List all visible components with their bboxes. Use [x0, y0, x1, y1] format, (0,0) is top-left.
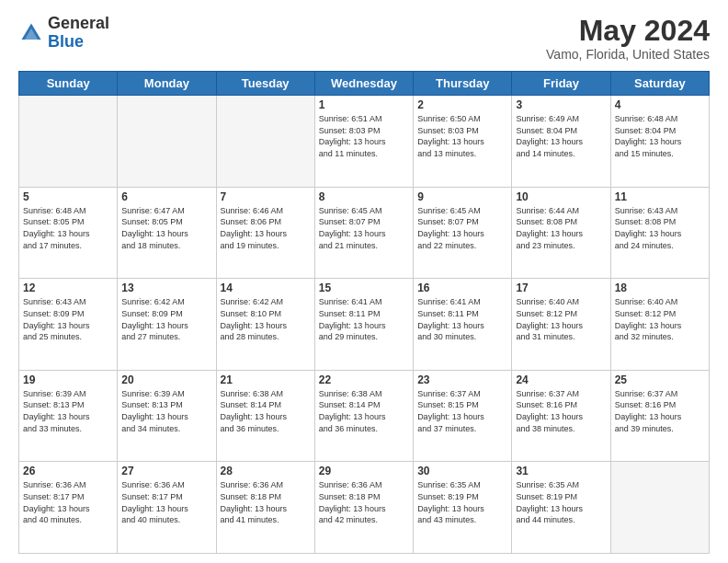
- day-number: 20: [121, 373, 211, 386]
- day-number: 10: [516, 190, 606, 203]
- calendar-week-row: 1Sunrise: 6:51 AM Sunset: 8:03 PM Daylig…: [19, 96, 710, 188]
- calendar-day-cell: 23Sunrise: 6:37 AM Sunset: 8:15 PM Dayli…: [414, 370, 512, 462]
- day-number: 27: [121, 465, 211, 477]
- day-number: 11: [615, 190, 705, 203]
- calendar-week-row: 26Sunrise: 6:36 AM Sunset: 8:17 PM Dayli…: [19, 462, 710, 554]
- calendar-day-cell: 3Sunrise: 6:49 AM Sunset: 8:04 PM Daylig…: [512, 96, 610, 188]
- calendar-day-cell: 12Sunrise: 6:43 AM Sunset: 8:09 PM Dayli…: [19, 279, 118, 371]
- day-info: Sunrise: 6:40 AM Sunset: 8:12 PM Dayligh…: [615, 296, 705, 342]
- calendar-day-cell: 29Sunrise: 6:36 AM Sunset: 8:18 PM Dayli…: [314, 462, 413, 554]
- logo-general-text: General: [48, 14, 109, 32]
- header: General Blue May 2024 Vamo, Florida, Uni…: [18, 15, 710, 62]
- calendar-day-cell: 27Sunrise: 6:36 AM Sunset: 8:17 PM Dayli…: [118, 462, 216, 554]
- day-number: 30: [417, 465, 507, 477]
- day-of-week-header: Wednesday: [314, 72, 413, 96]
- day-info: Sunrise: 6:37 AM Sunset: 8:16 PM Dayligh…: [516, 388, 606, 434]
- calendar-week-row: 19Sunrise: 6:39 AM Sunset: 8:13 PM Dayli…: [19, 370, 710, 462]
- day-info: Sunrise: 6:40 AM Sunset: 8:12 PM Dayligh…: [516, 296, 606, 342]
- day-number: 6: [121, 190, 211, 203]
- calendar-day-cell: 4Sunrise: 6:48 AM Sunset: 8:04 PM Daylig…: [610, 96, 709, 188]
- day-number: 4: [615, 98, 705, 111]
- calendar-day-cell: [216, 96, 314, 188]
- calendar: SundayMondayTuesdayWednesdayThursdayFrid…: [18, 71, 710, 554]
- calendar-day-cell: 7Sunrise: 6:46 AM Sunset: 8:06 PM Daylig…: [216, 187, 314, 279]
- day-info: Sunrise: 6:51 AM Sunset: 8:03 PM Dayligh…: [319, 113, 409, 159]
- day-number: 18: [615, 282, 705, 294]
- calendar-day-cell: 11Sunrise: 6:43 AM Sunset: 8:08 PM Dayli…: [610, 187, 709, 279]
- calendar-day-cell: 30Sunrise: 6:35 AM Sunset: 8:19 PM Dayli…: [414, 462, 512, 554]
- logo-text: General Blue: [48, 15, 109, 52]
- day-info: Sunrise: 6:42 AM Sunset: 8:10 PM Dayligh…: [221, 296, 311, 342]
- day-of-week-header: Monday: [118, 72, 216, 96]
- day-number: 23: [417, 373, 507, 386]
- day-number: 26: [23, 465, 113, 477]
- day-info: Sunrise: 6:36 AM Sunset: 8:18 PM Dayligh…: [319, 479, 409, 525]
- day-number: 3: [516, 98, 606, 111]
- day-number: 5: [23, 190, 113, 203]
- day-info: Sunrise: 6:41 AM Sunset: 8:11 PM Dayligh…: [319, 296, 409, 342]
- day-info: Sunrise: 6:35 AM Sunset: 8:19 PM Dayligh…: [516, 479, 606, 525]
- calendar-day-cell: [19, 96, 118, 188]
- day-info: Sunrise: 6:48 AM Sunset: 8:04 PM Dayligh…: [615, 113, 705, 159]
- day-number: 1: [319, 98, 409, 111]
- day-number: 15: [319, 282, 409, 294]
- calendar-day-cell: 2Sunrise: 6:50 AM Sunset: 8:03 PM Daylig…: [414, 96, 512, 188]
- day-of-week-header: Thursday: [414, 72, 512, 96]
- calendar-day-cell: 5Sunrise: 6:48 AM Sunset: 8:05 PM Daylig…: [19, 187, 118, 279]
- day-info: Sunrise: 6:36 AM Sunset: 8:18 PM Dayligh…: [221, 479, 311, 525]
- day-info: Sunrise: 6:38 AM Sunset: 8:14 PM Dayligh…: [319, 388, 409, 434]
- day-info: Sunrise: 6:37 AM Sunset: 8:15 PM Dayligh…: [417, 388, 507, 434]
- day-number: 17: [516, 282, 606, 294]
- day-info: Sunrise: 6:35 AM Sunset: 8:19 PM Dayligh…: [417, 479, 507, 525]
- day-number: 19: [23, 373, 113, 386]
- day-number: 29: [319, 465, 409, 477]
- day-info: Sunrise: 6:48 AM Sunset: 8:05 PM Dayligh…: [23, 205, 113, 251]
- calendar-day-cell: 6Sunrise: 6:47 AM Sunset: 8:05 PM Daylig…: [118, 187, 216, 279]
- day-of-week-header: Tuesday: [216, 72, 314, 96]
- day-info: Sunrise: 6:43 AM Sunset: 8:08 PM Dayligh…: [615, 205, 705, 251]
- calendar-day-cell: 22Sunrise: 6:38 AM Sunset: 8:14 PM Dayli…: [314, 370, 413, 462]
- day-info: Sunrise: 6:45 AM Sunset: 8:07 PM Dayligh…: [417, 205, 507, 251]
- calendar-day-cell: 17Sunrise: 6:40 AM Sunset: 8:12 PM Dayli…: [512, 279, 610, 371]
- month-title: May 2024: [546, 15, 710, 47]
- calendar-day-cell: 10Sunrise: 6:44 AM Sunset: 8:08 PM Dayli…: [512, 187, 610, 279]
- day-info: Sunrise: 6:43 AM Sunset: 8:09 PM Dayligh…: [23, 296, 113, 342]
- day-number: 31: [516, 465, 606, 477]
- calendar-day-cell: 26Sunrise: 6:36 AM Sunset: 8:17 PM Dayli…: [19, 462, 118, 554]
- location: Vamo, Florida, United States: [546, 47, 710, 62]
- calendar-day-cell: 9Sunrise: 6:45 AM Sunset: 8:07 PM Daylig…: [414, 187, 512, 279]
- day-number: 7: [221, 190, 311, 203]
- day-number: 16: [417, 282, 507, 294]
- day-of-week-header: Friday: [512, 72, 610, 96]
- day-info: Sunrise: 6:42 AM Sunset: 8:09 PM Dayligh…: [121, 296, 211, 342]
- day-info: Sunrise: 6:47 AM Sunset: 8:05 PM Dayligh…: [121, 205, 211, 251]
- day-number: 13: [121, 282, 211, 294]
- day-number: 9: [417, 190, 507, 203]
- logo-icon: [18, 20, 44, 46]
- calendar-day-cell: 24Sunrise: 6:37 AM Sunset: 8:16 PM Dayli…: [512, 370, 610, 462]
- day-info: Sunrise: 6:38 AM Sunset: 8:14 PM Dayligh…: [221, 388, 311, 434]
- day-info: Sunrise: 6:49 AM Sunset: 8:04 PM Dayligh…: [516, 113, 606, 159]
- calendar-day-cell: 13Sunrise: 6:42 AM Sunset: 8:09 PM Dayli…: [118, 279, 216, 371]
- day-of-week-header: Saturday: [610, 72, 709, 96]
- calendar-day-cell: 20Sunrise: 6:39 AM Sunset: 8:13 PM Dayli…: [118, 370, 216, 462]
- day-number: 21: [221, 373, 311, 386]
- day-info: Sunrise: 6:37 AM Sunset: 8:16 PM Dayligh…: [615, 388, 705, 434]
- calendar-week-row: 5Sunrise: 6:48 AM Sunset: 8:05 PM Daylig…: [19, 187, 710, 279]
- day-number: 8: [319, 190, 409, 203]
- day-number: 22: [319, 373, 409, 386]
- calendar-day-cell: 25Sunrise: 6:37 AM Sunset: 8:16 PM Dayli…: [610, 370, 709, 462]
- calendar-body: 1Sunrise: 6:51 AM Sunset: 8:03 PM Daylig…: [19, 96, 710, 554]
- day-info: Sunrise: 6:39 AM Sunset: 8:13 PM Dayligh…: [23, 388, 113, 434]
- day-info: Sunrise: 6:36 AM Sunset: 8:17 PM Dayligh…: [121, 479, 211, 525]
- day-number: 2: [417, 98, 507, 111]
- calendar-day-cell: 19Sunrise: 6:39 AM Sunset: 8:13 PM Dayli…: [19, 370, 118, 462]
- day-info: Sunrise: 6:50 AM Sunset: 8:03 PM Dayligh…: [417, 113, 507, 159]
- day-info: Sunrise: 6:46 AM Sunset: 8:06 PM Dayligh…: [221, 205, 311, 251]
- logo: General Blue: [18, 15, 109, 52]
- day-info: Sunrise: 6:39 AM Sunset: 8:13 PM Dayligh…: [121, 388, 211, 434]
- day-of-week-header: Sunday: [19, 72, 118, 96]
- calendar-day-cell: 14Sunrise: 6:42 AM Sunset: 8:10 PM Dayli…: [216, 279, 314, 371]
- day-number: 25: [615, 373, 705, 386]
- calendar-day-cell: [610, 462, 709, 554]
